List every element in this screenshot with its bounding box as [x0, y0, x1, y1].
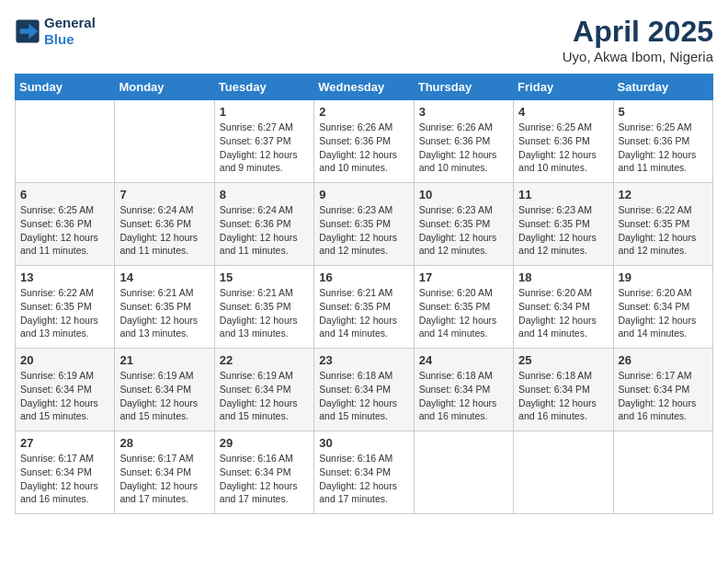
header: General Blue April 2025 Uyo, Akwa Ibom, …	[15, 15, 713, 64]
day-info: Sunrise: 6:20 AMSunset: 6:35 PMDaylight:…	[419, 286, 508, 340]
day-number: 27	[20, 435, 109, 452]
col-header-friday: Friday	[514, 75, 613, 100]
day-number: 29	[220, 435, 309, 452]
day-info: Sunrise: 6:17 AMSunset: 6:34 PMDaylight:…	[619, 369, 708, 423]
day-cell	[115, 100, 214, 183]
day-info: Sunrise: 6:23 AMSunset: 6:35 PMDaylight:…	[319, 203, 408, 258]
day-cell: 3Sunrise: 6:26 AMSunset: 6:36 PMDaylight…	[414, 100, 513, 183]
day-number: 4	[518, 104, 608, 121]
day-cell	[414, 431, 513, 514]
calendar-table: SundayMondayTuesdayWednesdayThursdayFrid…	[15, 74, 713, 514]
day-info: Sunrise: 6:19 AMSunset: 6:34 PMDaylight:…	[220, 369, 309, 423]
day-info: Sunrise: 6:16 AMSunset: 6:34 PMDaylight:…	[319, 452, 408, 506]
day-info: Sunrise: 6:19 AMSunset: 6:34 PMDaylight:…	[20, 369, 109, 423]
day-info: Sunrise: 6:25 AMSunset: 6:36 PMDaylight:…	[518, 121, 608, 175]
logo: General Blue	[15, 15, 96, 48]
day-cell: 26Sunrise: 6:17 AMSunset: 6:34 PMDayligh…	[613, 349, 712, 431]
col-header-monday: Monday	[115, 75, 214, 100]
day-info: Sunrise: 6:17 AMSunset: 6:34 PMDaylight:…	[119, 452, 209, 506]
day-cell	[613, 431, 712, 514]
day-info: Sunrise: 6:26 AMSunset: 6:36 PMDaylight:…	[319, 121, 408, 175]
day-cell: 17Sunrise: 6:20 AMSunset: 6:35 PMDayligh…	[414, 266, 513, 349]
day-number: 30	[319, 435, 408, 452]
day-number: 13	[20, 270, 109, 286]
day-info: Sunrise: 6:21 AMSunset: 6:35 PMDaylight:…	[220, 286, 309, 340]
day-cell: 13Sunrise: 6:22 AMSunset: 6:35 PMDayligh…	[16, 266, 115, 349]
week-row-5: 27Sunrise: 6:17 AMSunset: 6:34 PMDayligh…	[16, 431, 713, 514]
day-number: 11	[518, 187, 608, 203]
day-cell: 14Sunrise: 6:21 AMSunset: 6:35 PMDayligh…	[115, 266, 214, 349]
col-header-thursday: Thursday	[414, 75, 513, 100]
day-info: Sunrise: 6:18 AMSunset: 6:34 PMDaylight:…	[419, 369, 508, 423]
day-number: 7	[119, 187, 209, 203]
header-row: SundayMondayTuesdayWednesdayThursdayFrid…	[16, 75, 713, 100]
day-info: Sunrise: 6:16 AMSunset: 6:34 PMDaylight:…	[220, 452, 309, 506]
day-number: 8	[220, 187, 309, 203]
day-cell: 10Sunrise: 6:23 AMSunset: 6:35 PMDayligh…	[414, 183, 513, 266]
day-cell: 28Sunrise: 6:17 AMSunset: 6:34 PMDayligh…	[115, 431, 214, 514]
day-number: 17	[419, 270, 508, 286]
day-cell: 19Sunrise: 6:20 AMSunset: 6:34 PMDayligh…	[613, 266, 712, 349]
day-info: Sunrise: 6:24 AMSunset: 6:36 PMDaylight:…	[119, 203, 209, 258]
day-info: Sunrise: 6:21 AMSunset: 6:35 PMDaylight:…	[119, 286, 209, 340]
day-number: 25	[518, 352, 608, 369]
day-info: Sunrise: 6:21 AMSunset: 6:35 PMDaylight:…	[319, 286, 408, 340]
day-cell: 1Sunrise: 6:27 AMSunset: 6:37 PMDaylight…	[214, 100, 313, 183]
week-row-4: 20Sunrise: 6:19 AMSunset: 6:34 PMDayligh…	[16, 349, 713, 431]
day-info: Sunrise: 6:18 AMSunset: 6:34 PMDaylight:…	[319, 369, 408, 423]
day-info: Sunrise: 6:19 AMSunset: 6:34 PMDaylight:…	[119, 369, 209, 423]
day-number: 22	[220, 352, 309, 369]
day-cell: 24Sunrise: 6:18 AMSunset: 6:34 PMDayligh…	[414, 349, 513, 431]
week-row-1: 1Sunrise: 6:27 AMSunset: 6:37 PMDaylight…	[16, 100, 713, 183]
day-info: Sunrise: 6:22 AMSunset: 6:35 PMDaylight:…	[20, 286, 109, 340]
day-number: 24	[419, 352, 508, 369]
day-cell	[16, 100, 115, 183]
day-cell: 21Sunrise: 6:19 AMSunset: 6:34 PMDayligh…	[115, 349, 214, 431]
week-row-2: 6Sunrise: 6:25 AMSunset: 6:36 PMDaylight…	[16, 183, 713, 266]
day-cell: 4Sunrise: 6:25 AMSunset: 6:36 PMDaylight…	[514, 100, 613, 183]
day-number: 1	[220, 104, 309, 121]
day-number: 19	[619, 270, 708, 286]
day-info: Sunrise: 6:23 AMSunset: 6:35 PMDaylight:…	[419, 203, 508, 258]
day-number: 23	[319, 352, 408, 369]
day-number: 9	[319, 187, 408, 203]
col-header-saturday: Saturday	[613, 75, 712, 100]
day-info: Sunrise: 6:18 AMSunset: 6:34 PMDaylight:…	[518, 369, 608, 423]
day-cell: 6Sunrise: 6:25 AMSunset: 6:36 PMDaylight…	[16, 183, 115, 266]
day-number: 3	[419, 104, 508, 121]
main-title: April 2025	[563, 15, 713, 49]
day-info: Sunrise: 6:26 AMSunset: 6:36 PMDaylight:…	[419, 121, 508, 175]
day-number: 14	[119, 270, 209, 286]
day-number: 6	[20, 187, 109, 203]
day-info: Sunrise: 6:23 AMSunset: 6:35 PMDaylight:…	[518, 203, 608, 258]
day-cell: 12Sunrise: 6:22 AMSunset: 6:35 PMDayligh…	[613, 183, 712, 266]
title-area: April 2025 Uyo, Akwa Ibom, Nigeria	[563, 15, 713, 64]
day-cell: 30Sunrise: 6:16 AMSunset: 6:34 PMDayligh…	[314, 431, 414, 514]
day-cell: 27Sunrise: 6:17 AMSunset: 6:34 PMDayligh…	[16, 431, 115, 514]
day-number: 10	[419, 187, 508, 203]
day-cell: 23Sunrise: 6:18 AMSunset: 6:34 PMDayligh…	[314, 349, 414, 431]
day-cell: 22Sunrise: 6:19 AMSunset: 6:34 PMDayligh…	[214, 349, 313, 431]
day-cell: 25Sunrise: 6:18 AMSunset: 6:34 PMDayligh…	[514, 349, 613, 431]
logo-text: General Blue	[44, 15, 96, 48]
logo-icon	[15, 18, 40, 44]
day-cell: 7Sunrise: 6:24 AMSunset: 6:36 PMDaylight…	[115, 183, 214, 266]
day-cell: 18Sunrise: 6:20 AMSunset: 6:34 PMDayligh…	[514, 266, 613, 349]
col-header-wednesday: Wednesday	[314, 75, 414, 100]
week-row-3: 13Sunrise: 6:22 AMSunset: 6:35 PMDayligh…	[16, 266, 713, 349]
day-info: Sunrise: 6:17 AMSunset: 6:34 PMDaylight:…	[20, 452, 109, 506]
day-cell: 16Sunrise: 6:21 AMSunset: 6:35 PMDayligh…	[314, 266, 414, 349]
day-number: 2	[319, 104, 408, 121]
day-info: Sunrise: 6:20 AMSunset: 6:34 PMDaylight:…	[518, 286, 608, 340]
day-number: 15	[220, 270, 309, 286]
day-number: 28	[119, 435, 209, 452]
day-number: 5	[619, 104, 708, 121]
day-info: Sunrise: 6:25 AMSunset: 6:36 PMDaylight:…	[619, 121, 708, 175]
day-cell: 2Sunrise: 6:26 AMSunset: 6:36 PMDaylight…	[314, 100, 414, 183]
day-number: 20	[20, 352, 109, 369]
day-cell: 5Sunrise: 6:25 AMSunset: 6:36 PMDaylight…	[613, 100, 712, 183]
day-cell	[514, 431, 613, 514]
day-number: 21	[119, 352, 209, 369]
day-cell: 20Sunrise: 6:19 AMSunset: 6:34 PMDayligh…	[16, 349, 115, 431]
day-cell: 9Sunrise: 6:23 AMSunset: 6:35 PMDaylight…	[314, 183, 414, 266]
